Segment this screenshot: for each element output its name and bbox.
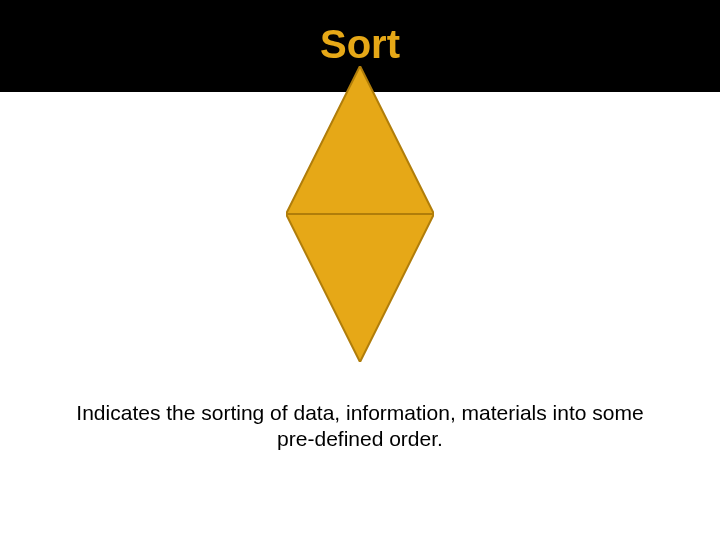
slide-title: Sort (0, 22, 720, 67)
sort-diamond-icon (286, 66, 434, 362)
slide: Sort Indicates the sorting of data, info… (0, 0, 720, 540)
slide-description: Indicates the sorting of data, informati… (0, 400, 720, 453)
